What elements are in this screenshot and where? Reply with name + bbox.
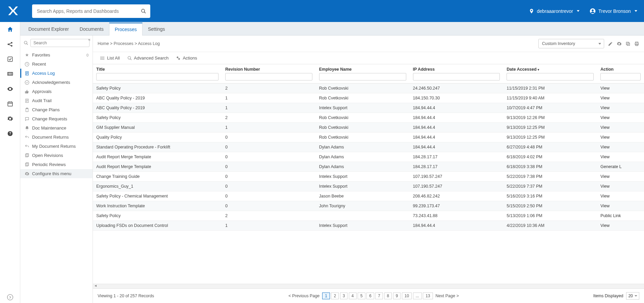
row-action-link[interactable]: View	[600, 86, 610, 91]
page-13[interactable]: 13	[423, 293, 433, 299]
rail-gear-icon[interactable]	[7, 115, 14, 122]
table-row[interactable]: ABC Quality Policy - 20191Rob Cvetkovski…	[93, 93, 644, 103]
tab-settings[interactable]: Settings	[143, 23, 171, 35]
advanced-search-button[interactable]: Advanced Search	[127, 55, 169, 61]
sidebar-configure[interactable]: Configure this menu	[20, 169, 93, 178]
sidebar-collapse-icon[interactable]: «	[88, 37, 91, 42]
rail-home-icon[interactable]	[7, 26, 14, 33]
list-all-button[interactable]: List All	[100, 55, 120, 61]
tab-processes[interactable]: Processes	[109, 23, 143, 36]
row-action-link[interactable]: View	[600, 135, 610, 140]
row-action-link[interactable]: Generate L	[600, 164, 622, 169]
tab-documents[interactable]: Documents	[74, 23, 109, 35]
table-row[interactable]: Quality Policy0Rob Cvetkovski184.94.44.4…	[93, 133, 644, 142]
actions-menu[interactable]: Actions	[176, 55, 197, 61]
page-5[interactable]: 5	[358, 293, 365, 299]
row-action-link[interactable]: View	[600, 194, 610, 199]
sidebar-search-input[interactable]	[30, 39, 89, 47]
prev-page[interactable]: < Previous Page	[287, 294, 321, 298]
table-row[interactable]: Work Instruction Template0John Tourigny9…	[93, 201, 644, 211]
rail-help-icon[interactable]: ?	[7, 130, 14, 137]
breadcrumb[interactable]: Home > Processes > Access Log	[98, 41, 160, 46]
row-action-link[interactable]: View	[600, 174, 610, 179]
filter-employee[interactable]	[319, 73, 406, 80]
custom-inventory-dropdown[interactable]: Custom Inventory	[538, 39, 604, 48]
page-1[interactable]: 1	[322, 293, 330, 299]
page-4[interactable]: 4	[349, 293, 357, 299]
svg-point-51	[101, 58, 101, 58]
row-action-link[interactable]: View	[600, 155, 610, 159]
sidebar-item-my-document-returns[interactable]: My Document Returns	[20, 142, 93, 151]
rail-eye-icon[interactable]	[7, 86, 14, 92]
tab-document-explorer[interactable]: Document Explorer	[23, 23, 74, 35]
filter-revision[interactable]	[225, 73, 312, 80]
page-3[interactable]: 3	[340, 293, 348, 299]
row-action-link[interactable]: View	[600, 125, 610, 130]
table-row[interactable]: Safety Policy - Chemical Management0Jaso…	[93, 191, 644, 201]
location-selector[interactable]: debraaarontrevor	[529, 8, 579, 14]
pencil-icon[interactable]	[608, 41, 613, 46]
col-revision[interactable]: Revision Number	[222, 64, 316, 84]
col-employee[interactable]: Employee Name	[316, 64, 410, 84]
col-date[interactable]: Date Accessed ▾	[503, 64, 597, 84]
row-action-link[interactable]: View	[600, 96, 610, 100]
table-row[interactable]: Standard Operating Procedure - Forklift0…	[93, 142, 644, 152]
table-row[interactable]: Change Training Guide0Intelex Support107…	[93, 172, 644, 182]
rail-expand-icon[interactable]	[7, 296, 14, 303]
table-row[interactable]: GM Supplier Manual1Rob Cvetkovski184.94.…	[93, 123, 644, 133]
sidebar-item-document-returns[interactable]: Document Returns	[20, 133, 93, 142]
sidebar-item-approvals[interactable]: Approvals	[20, 87, 93, 96]
row-action-link[interactable]: View	[600, 106, 610, 110]
row-action-link[interactable]: View	[600, 223, 610, 228]
table-row[interactable]: Ergonomics_Guy_10Intelex Support107.190.…	[93, 182, 644, 191]
row-action-link[interactable]: View	[600, 115, 610, 120]
table-row[interactable]: Audit Report Merge Template0Dylan Adams1…	[93, 162, 644, 172]
sidebar-item-change-plans[interactable]: Change Plans	[20, 105, 93, 114]
row-action-link[interactable]: View	[600, 145, 610, 149]
print-icon[interactable]	[634, 41, 639, 46]
table-row[interactable]: Safety Policy2Rob Cvetkovski24.246.50.24…	[93, 84, 644, 93]
global-search[interactable]	[32, 4, 150, 18]
rail-grid-icon[interactable]	[7, 71, 14, 77]
sidebar-item-change-requests[interactable]: Change Requests	[20, 114, 93, 123]
horizontal-scrollbar[interactable]	[93, 284, 644, 288]
col-action[interactable]: Action	[597, 64, 644, 84]
sidebar-item-doc-maintenance[interactable]: Doc Maintenance	[20, 123, 93, 133]
rail-checkbox-icon[interactable]	[7, 56, 14, 63]
sidebar-recent[interactable]: Recent	[20, 60, 93, 69]
sidebar-item-access-log[interactable]: Access Log	[20, 69, 93, 78]
page-6[interactable]: 6	[366, 293, 374, 299]
filter-ip[interactable]	[413, 73, 500, 80]
sidebar-item-open-revisions[interactable]: Open Revisions	[20, 151, 93, 160]
table-row[interactable]: Audit Report Merge Template0Dylan Adams1…	[93, 152, 644, 162]
col-ip[interactable]: IP Address	[410, 64, 504, 84]
page-2[interactable]: 2	[331, 293, 339, 299]
gear-icon[interactable]	[616, 41, 622, 46]
page-9[interactable]: 9	[393, 293, 401, 299]
filter-action[interactable]	[600, 73, 641, 80]
row-action-link[interactable]: View	[600, 204, 610, 208]
rail-share-icon[interactable]	[7, 41, 14, 48]
page-8[interactable]: 8	[384, 293, 392, 299]
copy-icon[interactable]	[625, 41, 630, 46]
col-title[interactable]: Title	[93, 64, 222, 84]
global-search-input[interactable]	[36, 8, 141, 14]
sidebar-item-audit-trail[interactable]: Audit Trail	[20, 96, 93, 105]
sidebar-item-acknowledgements[interactable]: Acknowledgements	[20, 78, 93, 87]
sidebar-favorites[interactable]: ★Favorites 0	[20, 50, 93, 60]
table-row[interactable]: Safety Policy273.243.41.885/13/2019 1:06…	[93, 211, 644, 221]
page-10[interactable]: 10	[402, 293, 412, 299]
items-per-page-select[interactable]: 20	[626, 292, 639, 300]
table-row[interactable]: Uploading FSDs on Document Control1Intel…	[93, 221, 644, 231]
next-page[interactable]: Next Page >	[434, 294, 460, 298]
page-7[interactable]: 7	[375, 293, 383, 299]
row-action-link[interactable]: Public Link	[600, 213, 621, 218]
table-row[interactable]: ABC Quality Policy - 20191Intelex Suppor…	[93, 103, 644, 113]
filter-title[interactable]	[96, 73, 218, 80]
row-action-link[interactable]: View	[600, 184, 610, 189]
sidebar-item-periodic-reviews[interactable]: Periodic Reviews	[20, 160, 93, 169]
user-menu[interactable]: Trevor Bronson	[590, 8, 637, 14]
table-row[interactable]: Safety Policy2Rob Cvetkovski184.94.44.49…	[93, 113, 644, 123]
filter-date[interactable]	[507, 73, 594, 80]
rail-calendar-icon[interactable]	[7, 100, 14, 107]
